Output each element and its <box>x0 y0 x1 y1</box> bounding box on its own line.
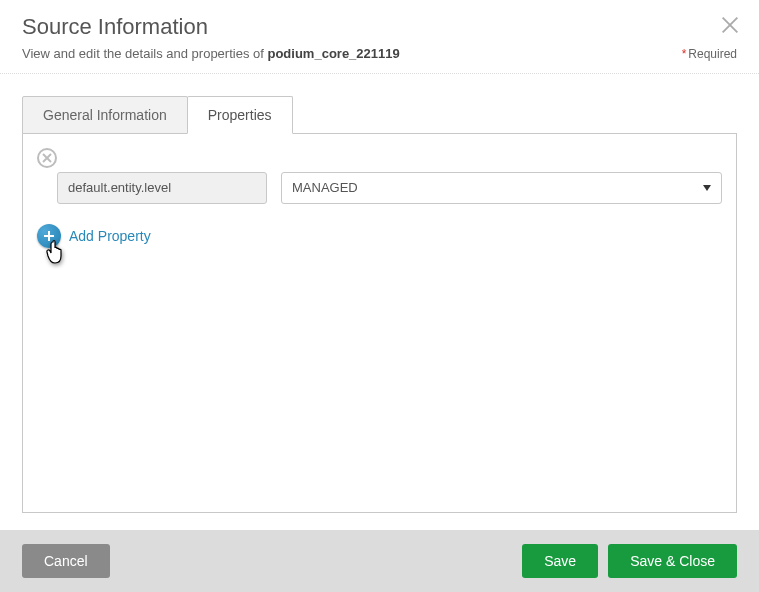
subtitle-entity-name: podium_core_221119 <box>267 46 399 61</box>
required-indicator: *Required <box>682 47 737 61</box>
source-information-dialog: Source Information View and edit the det… <box>0 0 759 592</box>
tab-general-information[interactable]: General Information <box>22 96 188 134</box>
properties-panel: default.entity.level MANAGED Add Propert… <box>22 133 737 513</box>
dialog-header: Source Information View and edit the det… <box>0 0 759 74</box>
save-button[interactable]: Save <box>522 544 598 578</box>
dialog-title: Source Information <box>22 14 737 40</box>
property-row: default.entity.level MANAGED <box>37 172 722 204</box>
chevron-down-icon <box>703 185 711 191</box>
required-label: Required <box>688 47 737 61</box>
property-key-input[interactable]: default.entity.level <box>57 172 267 204</box>
tab-label: General Information <box>43 107 167 123</box>
add-property-label: Add Property <box>69 228 151 244</box>
required-star-icon: * <box>682 47 687 61</box>
save-and-close-button[interactable]: Save & Close <box>608 544 737 578</box>
footer-right-group: Save Save & Close <box>522 544 737 578</box>
tab-properties[interactable]: Properties <box>187 96 293 134</box>
dialog-footer: Cancel Save Save & Close <box>0 530 759 592</box>
dialog-subtitle: View and edit the details and properties… <box>22 46 737 61</box>
dialog-body: General Information Properties default.e… <box>0 74 759 530</box>
add-property-button[interactable]: Add Property <box>37 224 151 248</box>
cancel-button[interactable]: Cancel <box>22 544 110 578</box>
property-value-select[interactable]: MANAGED <box>281 172 722 204</box>
subtitle-prefix: View and edit the details and properties… <box>22 46 267 61</box>
close-icon <box>42 153 52 163</box>
property-value-label: MANAGED <box>292 180 358 195</box>
plus-icon <box>37 224 61 248</box>
tab-label: Properties <box>208 107 272 123</box>
remove-property-button[interactable] <box>37 148 57 168</box>
tab-bar: General Information Properties <box>22 96 737 134</box>
close-icon[interactable] <box>719 14 741 36</box>
